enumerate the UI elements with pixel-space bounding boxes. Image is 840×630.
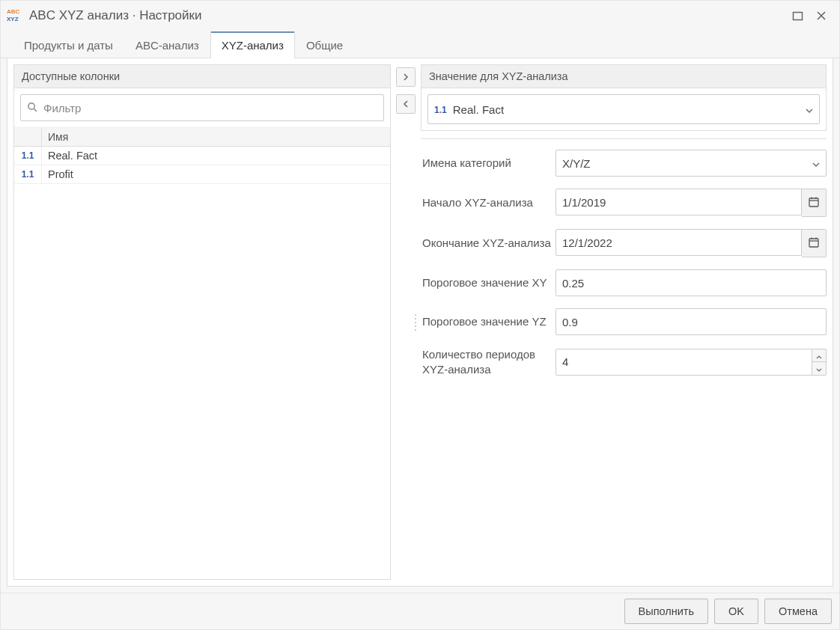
metric-icon: 1.1: [14, 147, 42, 165]
input-periods[interactable]: [556, 349, 812, 376]
chevron-up-icon: [816, 349, 822, 361]
spinner-up-button[interactable]: [812, 349, 827, 362]
select-category-names[interactable]: X/Y/Z: [556, 150, 827, 177]
svg-point-3: [28, 103, 34, 108]
label-threshold-xy: Пороговое значение XY: [422, 275, 556, 290]
filter-input-wrap[interactable]: [20, 94, 384, 121]
tab-xyz[interactable]: XYZ-анализ: [210, 31, 295, 58]
metric-icon: 1.1: [14, 165, 42, 183]
column-name: Profit: [42, 168, 79, 180]
chevron-down-icon: [806, 103, 813, 115]
label-periods: Количество периодов XYZ-анализа: [422, 347, 556, 376]
spinner-down-button[interactable]: [812, 361, 827, 376]
label-category-names: Имена категорий: [422, 156, 556, 171]
xyz-value-box: Значение для XYZ-анализа 1.1 Real. Fact: [421, 64, 827, 131]
maximize-button[interactable]: [788, 7, 806, 25]
app-icon: ABC XYZ: [7, 7, 23, 25]
input-end-date[interactable]: [556, 229, 802, 256]
search-icon: [27, 102, 42, 114]
label-threshold-yz: Пороговое значение YZ: [422, 314, 556, 329]
xyz-value-select[interactable]: 1.1 Real. Fact: [427, 94, 820, 124]
chevron-down-icon: [816, 362, 822, 374]
input-threshold-yz[interactable]: [556, 308, 827, 335]
xyz-value-header: Значение для XYZ-анализа: [421, 65, 826, 88]
select-category-names-value: X/Y/Z: [562, 157, 812, 170]
input-threshold-xy[interactable]: [556, 269, 827, 296]
available-columns-pane: Доступные колонки Имя 1.1 Real. Fact: [13, 64, 391, 580]
calendar-icon: [808, 236, 820, 251]
calendar-button-start[interactable]: [802, 189, 827, 217]
calendar-button-end[interactable]: [802, 229, 827, 257]
column-row[interactable]: 1.1 Real. Fact: [14, 147, 390, 165]
svg-text:ABC: ABC: [7, 8, 20, 15]
svg-rect-5: [809, 239, 818, 247]
move-left-button[interactable]: [396, 94, 416, 114]
label-start: Начало XYZ-анализа: [422, 195, 556, 210]
tab-bar: Продукты и даты ABC-анализ XYZ-анализ Об…: [1, 31, 839, 58]
chevron-down-icon: [812, 157, 820, 169]
filter-input[interactable]: [42, 101, 377, 115]
columns-header-row: Имя: [14, 128, 390, 147]
calendar-icon: [808, 196, 820, 210]
svg-rect-2: [793, 12, 802, 19]
tab-products-dates[interactable]: Продукты и даты: [13, 32, 124, 58]
execute-button[interactable]: Выполнить: [624, 599, 708, 624]
cancel-button[interactable]: Отмена: [764, 599, 832, 624]
column-row[interactable]: 1.1 Profit: [14, 165, 390, 184]
svg-text:XYZ: XYZ: [7, 16, 19, 22]
xyz-value-selected: Real. Fact: [453, 103, 806, 116]
label-end: Окончание XYZ-анализа: [422, 236, 556, 251]
window-title: ABC XYZ анализ · Настройки: [29, 8, 202, 23]
close-button[interactable]: [812, 7, 830, 25]
splitter-handle[interactable]: [412, 308, 419, 337]
columns-header-name: Имя: [42, 131, 74, 143]
svg-rect-4: [809, 198, 818, 207]
tab-abc[interactable]: ABC-анализ: [124, 32, 210, 58]
move-right-button[interactable]: [396, 67, 416, 87]
metric-icon: 1.1: [434, 103, 447, 115]
column-name: Real. Fact: [42, 150, 103, 162]
input-start-date[interactable]: [556, 189, 802, 215]
ok-button[interactable]: OK: [714, 599, 758, 624]
available-columns-header: Доступные колонки: [14, 65, 390, 88]
tab-general[interactable]: Общие: [295, 32, 354, 58]
